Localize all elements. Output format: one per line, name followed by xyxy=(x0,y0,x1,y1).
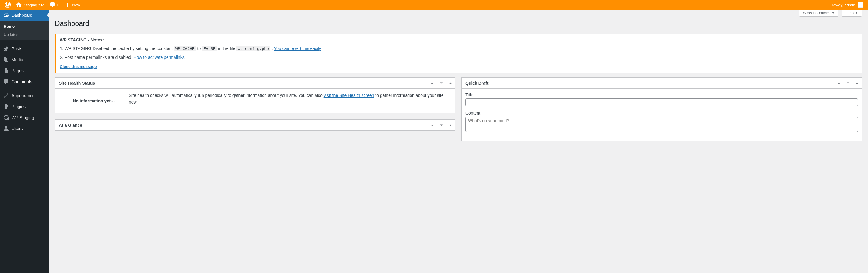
move-up-button[interactable] xyxy=(428,78,437,89)
menu-users[interactable]: Users xyxy=(0,123,49,134)
move-down-button[interactable] xyxy=(843,78,852,89)
widgets-col-2: Quick Draft Title Content xyxy=(461,78,862,147)
site-health-title: Site Health Status xyxy=(59,81,95,86)
site-health-actions xyxy=(428,78,455,89)
quickdraft-content-textarea[interactable] xyxy=(465,117,858,132)
close-notice-link[interactable]: Close this message xyxy=(60,64,97,69)
menu-dashboard-label: Dashboard xyxy=(11,13,33,18)
menu-media[interactable]: Media xyxy=(0,54,49,65)
site-health-widget: Site Health Status No information yet… S… xyxy=(55,78,455,113)
adminbar-my-account[interactable]: Howdy, admin xyxy=(828,0,866,10)
menu-comments-label: Comments xyxy=(11,79,32,84)
menu-appearance[interactable]: Appearance xyxy=(0,90,49,101)
adminbar-howdy-text: Howdy, admin xyxy=(831,3,855,7)
users-icon xyxy=(3,125,9,132)
sync-icon xyxy=(3,115,9,121)
menu-users-label: Users xyxy=(11,126,23,131)
appearance-icon xyxy=(3,93,9,99)
site-health-screen-link[interactable]: visit the Site Health screen xyxy=(324,93,374,98)
site-health-text: Site health checks will automatically ru… xyxy=(129,92,452,105)
submenu-home[interactable]: Home xyxy=(0,22,49,30)
help-label: Help xyxy=(845,11,854,15)
glance-actions xyxy=(428,120,455,131)
quickdraft-title-label: Title xyxy=(465,92,858,97)
quickdraft-content-label: Content xyxy=(465,111,858,116)
help-button[interactable]: Help ▼ xyxy=(841,10,862,17)
menu-plugins-label: Plugins xyxy=(11,104,26,109)
quickdraft-body: Title Content xyxy=(462,89,862,141)
pages-icon xyxy=(3,68,9,74)
screen-meta-links: Screen Options ▼ Help ▼ xyxy=(55,10,862,17)
avatar xyxy=(858,2,863,8)
glance-title: At a Glance xyxy=(59,123,82,128)
menu-pages[interactable]: Pages xyxy=(0,65,49,76)
revert-link[interactable]: You can revert this easily xyxy=(274,46,321,51)
at-a-glance-widget: At a Glance xyxy=(55,119,455,131)
menu-dashboard[interactable]: Dashboard xyxy=(0,10,49,21)
adminbar-new-content[interactable]: New xyxy=(62,0,83,10)
caret-up-icon xyxy=(448,123,453,128)
comment-icon xyxy=(49,2,56,8)
quickdraft-title-input[interactable] xyxy=(465,98,858,107)
chevron-down-icon xyxy=(439,123,444,128)
caret-up-icon xyxy=(855,81,860,86)
caret-up-icon xyxy=(448,81,453,86)
chevron-down-icon xyxy=(439,81,444,86)
notice-title: WP STAGING - Notes: xyxy=(60,37,858,42)
wpstaging-notice: WP STAGING - Notes: WP STAGING Disabled … xyxy=(55,33,862,73)
adminbar-new-label: New xyxy=(72,3,80,7)
admin-sidebar: Dashboard Home Updates Posts Media Pages… xyxy=(0,10,49,273)
menu-posts[interactable]: Posts xyxy=(0,43,49,54)
code-wpconfig: wp-config.php xyxy=(236,46,271,51)
quick-draft-widget: Quick Draft Title Content xyxy=(461,78,862,141)
wordpress-icon xyxy=(5,2,11,8)
home-icon xyxy=(16,2,22,8)
move-down-button[interactable] xyxy=(437,78,446,89)
adminbar-site-name[interactable]: Staging site xyxy=(13,0,47,10)
submenu-dashboard: Home Updates xyxy=(0,21,49,40)
admin-bar: Staging site 0 New Howdy, admin xyxy=(0,0,868,10)
submenu-updates[interactable]: Updates xyxy=(0,30,49,39)
quickdraft-title: Quick Draft xyxy=(465,81,488,86)
screen-options-button[interactable]: Screen Options ▼ xyxy=(799,10,839,17)
permalinks-link[interactable]: How to activate permalinks xyxy=(133,55,184,60)
notice-item-1: WP STAGING Disabled the cache by setting… xyxy=(65,46,858,52)
menu-posts-label: Posts xyxy=(11,46,22,51)
plugin-icon xyxy=(3,103,9,110)
adminbar-site-name-text: Staging site xyxy=(24,3,44,7)
code-false: FALSE xyxy=(202,46,217,51)
menu-wpstaging-label: WP Staging xyxy=(11,115,34,120)
quickdraft-actions xyxy=(834,78,862,89)
widgets-col-1: Site Health Status No information yet… S… xyxy=(55,78,455,147)
toggle-button[interactable] xyxy=(852,78,862,89)
adminbar-wp-logo[interactable] xyxy=(2,0,13,10)
chevron-down-icon: ▼ xyxy=(855,11,858,14)
media-icon xyxy=(3,57,9,63)
quickdraft-header: Quick Draft xyxy=(462,78,862,89)
adminbar-comments[interactable]: 0 xyxy=(47,0,62,10)
move-up-button[interactable] xyxy=(428,120,437,131)
chevron-up-icon xyxy=(430,81,435,86)
toggle-button[interactable] xyxy=(446,120,455,131)
plus-icon xyxy=(64,2,70,8)
menu-wpstaging[interactable]: WP Staging xyxy=(0,112,49,123)
menu-comments[interactable]: Comments xyxy=(0,76,49,87)
chevron-down-icon xyxy=(845,81,850,86)
chevron-up-icon xyxy=(430,123,435,128)
adminbar-comments-count: 0 xyxy=(57,3,59,7)
code-wpcache: WP_CACHE xyxy=(174,46,196,51)
dashboard-icon xyxy=(3,12,9,18)
menu-pages-label: Pages xyxy=(11,68,24,73)
menu-plugins[interactable]: Plugins xyxy=(0,101,49,112)
notice-item-2: Post name permalinks are disabled. How t… xyxy=(65,54,858,61)
site-health-body: No information yet… Site health checks w… xyxy=(55,89,455,113)
move-down-button[interactable] xyxy=(437,120,446,131)
move-up-button[interactable] xyxy=(834,78,843,89)
comments-icon xyxy=(3,79,9,85)
chevron-down-icon: ▼ xyxy=(832,11,835,14)
page-title: Dashboard xyxy=(55,17,862,29)
screen-options-label: Screen Options xyxy=(803,11,831,15)
toggle-button[interactable] xyxy=(446,78,455,89)
menu-appearance-label: Appearance xyxy=(11,93,35,98)
glance-header: At a Glance xyxy=(55,120,455,131)
